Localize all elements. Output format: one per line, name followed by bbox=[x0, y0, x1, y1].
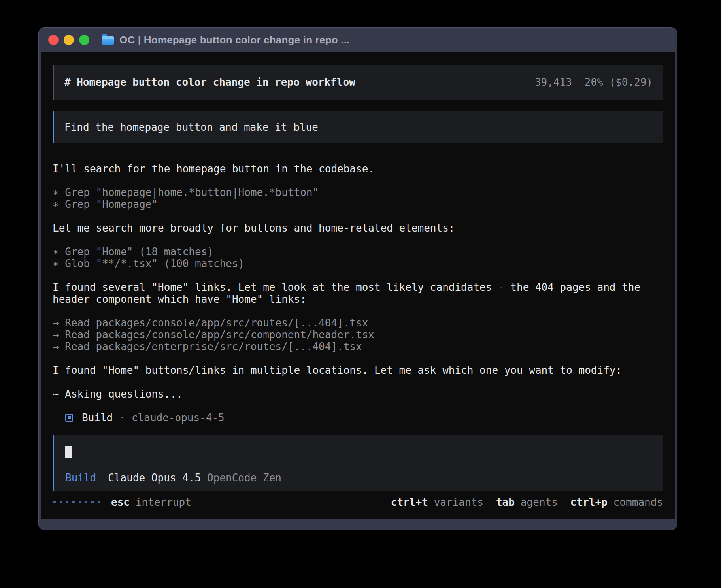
assistant-text-line: I found several "Home" links. Let me loo… bbox=[53, 281, 663, 293]
hint-key-tab: tab bbox=[496, 496, 515, 508]
hint-key-esc: esc bbox=[111, 496, 130, 508]
assistant-text-line: header component which have "Home" links… bbox=[53, 293, 663, 305]
hint-interrupt: esc interrupt bbox=[111, 496, 191, 508]
titlebar[interactable]: OC | Homepage button color change in rep… bbox=[39, 28, 677, 52]
agent-mode-label: Build bbox=[65, 472, 96, 484]
token-count: 39,413 bbox=[535, 76, 572, 88]
spinner-dot bbox=[53, 501, 56, 503]
asking-questions-status: ~ Asking questions... bbox=[53, 388, 663, 400]
hint-key-ctrl-p: ctrl+p bbox=[570, 496, 608, 508]
hint-agents: tab agents bbox=[496, 496, 558, 508]
tool-call-grep: ∗ Grep "Home" (18 matches) bbox=[53, 246, 663, 258]
hint-label-interrupt: interrupt bbox=[136, 496, 191, 508]
status-left: esc interrupt bbox=[53, 496, 191, 508]
spinner-dot bbox=[72, 501, 75, 503]
spinner-dot bbox=[98, 501, 100, 503]
spinner-dot bbox=[60, 501, 62, 503]
tool-call-read: → Read packages/console/app/src/routes/[… bbox=[53, 317, 663, 329]
assistant-text-line: I found "Home" buttons/links in multiple… bbox=[53, 364, 663, 376]
hint-label-variants: variants bbox=[434, 496, 483, 508]
user-message: Find the homepage button and make it blu… bbox=[53, 111, 663, 143]
session-header: # Homepage button color change in repo w… bbox=[53, 65, 663, 100]
text-cursor bbox=[65, 446, 72, 458]
agent-separator: · bbox=[119, 412, 125, 424]
transcript: I'll search for the homepage button in t… bbox=[53, 163, 663, 400]
agent-name: Build bbox=[82, 412, 113, 424]
minimize-button[interactable] bbox=[64, 35, 74, 45]
close-button[interactable] bbox=[48, 35, 59, 45]
tool-call-glob: ∗ Glob "**/*.tsx" (100 matches) bbox=[53, 258, 663, 270]
folder-icon bbox=[102, 36, 114, 45]
traffic-lights bbox=[48, 35, 89, 45]
spinner-dot bbox=[66, 501, 68, 503]
status-right: ctrl+t variants tab agents ctrl+p comman… bbox=[391, 496, 663, 508]
tool-call-grep: ∗ Grep "Homepage" bbox=[53, 198, 663, 210]
model-name-label: Claude Opus 4.5 bbox=[108, 472, 201, 484]
hint-label-commands: commands bbox=[613, 496, 663, 508]
provider-label: OpenCode Zen bbox=[207, 472, 281, 484]
agent-model: claude-opus-4-5 bbox=[132, 412, 225, 424]
hint-key-ctrl-t: ctrl+t bbox=[391, 496, 428, 508]
tool-call-read: → Read packages/console/app/src/componen… bbox=[53, 329, 663, 341]
hint-commands: ctrl+p commands bbox=[570, 496, 663, 508]
session-title: # Homepage button color change in repo w… bbox=[64, 76, 355, 88]
assistant-text-line: Let me search more broadly for buttons a… bbox=[53, 222, 663, 234]
session-stats: 39,413 20% ($0.29) bbox=[535, 76, 653, 88]
spinner-dots bbox=[53, 501, 100, 503]
agent-build-icon bbox=[65, 414, 73, 422]
context-usage: 20% ($0.29) bbox=[585, 76, 653, 88]
spinner-dot bbox=[85, 501, 87, 503]
agent-status-row: Build · claude-opus-4-5 bbox=[53, 412, 663, 424]
spinner-dot bbox=[79, 501, 81, 503]
prompt-input[interactable]: Build Claude Opus 4.5 OpenCode Zen bbox=[53, 435, 663, 491]
input-meta: Build Claude Opus 4.5 OpenCode Zen bbox=[65, 472, 652, 484]
spinner-dot bbox=[91, 501, 94, 503]
terminal-window: OC | Homepage button color change in rep… bbox=[39, 28, 677, 530]
assistant-text-line: I'll search for the homepage button in t… bbox=[53, 163, 663, 175]
agent-build-icon-inner bbox=[68, 416, 71, 419]
terminal-content[interactable]: # Homepage button color change in repo w… bbox=[41, 52, 675, 519]
window-title: OC | Homepage button color change in rep… bbox=[119, 34, 350, 46]
tool-call-read: → Read packages/enterprise/src/routes/[.… bbox=[53, 341, 663, 352]
zoom-button[interactable] bbox=[79, 35, 89, 45]
status-bar: esc interrupt ctrl+t variants tab agents… bbox=[53, 496, 663, 508]
tool-call-grep: ∗ Grep "homepage|home.*button|Home.*butt… bbox=[53, 187, 663, 198]
hint-label-agents: agents bbox=[521, 496, 558, 508]
user-message-text: Find the homepage button and make it blu… bbox=[64, 121, 318, 133]
hint-variants: ctrl+t variants bbox=[391, 496, 483, 508]
